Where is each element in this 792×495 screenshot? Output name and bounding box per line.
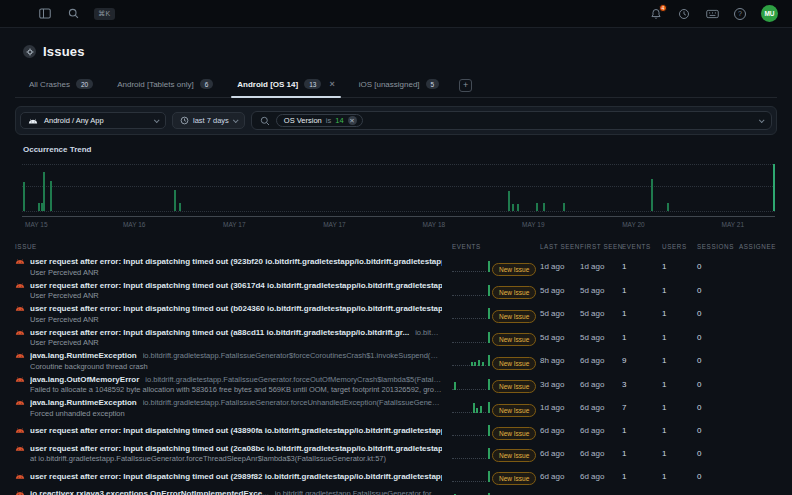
events-sparkline — [452, 401, 490, 414]
notifications-bell-icon[interactable]: 4 — [649, 7, 663, 21]
issue-row[interactable]: user request after error: Input dispatch… — [15, 326, 777, 350]
chart-bar — [179, 203, 181, 211]
os-version-filter-chip[interactable]: OS Version is 14 ✕ — [276, 114, 363, 127]
issue-title: user request after error: Input dispatch… — [30, 444, 442, 453]
issue-cell[interactable]: user request after error: Input dispatch… — [15, 328, 452, 348]
tab-android-os-14-[interactable]: Android [OS 14]13× — [227, 73, 344, 97]
issue-cell[interactable]: java.lang.OutOfMemoryErrorio.bitdrift.gr… — [15, 375, 452, 395]
events-sparkline — [452, 260, 490, 273]
first-seen: 6d ago — [580, 426, 622, 435]
android-crash-icon — [15, 329, 25, 336]
last-seen: 6d ago — [540, 426, 580, 435]
events-sparkline — [452, 378, 490, 391]
sidebar-toggle-icon[interactable] — [38, 7, 52, 21]
events-count: 9 — [622, 356, 662, 365]
issue-title: user request after error: Input dispatch… — [30, 328, 409, 337]
issues-page: Issues All Crashes20Android [Tablets onl… — [0, 28, 792, 495]
chevron-down-icon — [759, 117, 765, 123]
issue-cell[interactable]: io.reactivex.rxjava3.exceptions.OnErrorN… — [15, 489, 452, 495]
column-header-assignee[interactable]: ASSIGNEE — [739, 243, 777, 250]
time-range-value: last 7 days — [193, 116, 229, 125]
issue-location: io.bitdrift.gradletestapp.FatalIssueGene… — [143, 351, 442, 360]
issue-location: io.bitdrift.gradletestapp.FatalIssueGene… — [275, 489, 442, 495]
issue-row[interactable]: java.lang.OutOfMemoryErrorio.bitdrift.gr… — [15, 373, 777, 397]
tab-android-tablets-only-[interactable]: Android [Tablets only]6 — [107, 73, 223, 97]
first-seen: 1d ago — [580, 262, 622, 271]
new-issue-badge: New Issue — [492, 449, 536, 462]
new-issue-badge: New Issue — [492, 263, 536, 276]
issue-cell[interactable]: java.lang.RuntimeExceptionio.bitdrift.gr… — [15, 351, 452, 371]
issue-subtitle: User Perceived ANR — [30, 338, 442, 347]
issue-cell[interactable]: user request after error: Input dispatch… — [15, 472, 452, 481]
issue-cell[interactable]: java.lang.RuntimeExceptionio.bitdrift.gr… — [15, 398, 452, 418]
column-header-events[interactable]: EVENTS — [622, 243, 662, 250]
issue-row[interactable]: java.lang.RuntimeExceptionio.bitdrift.gr… — [15, 349, 777, 373]
time-range-dropdown[interactable]: last 7 days — [172, 112, 245, 129]
column-header-events[interactable]: EVENTS — [452, 243, 492, 250]
issue-title: java.lang.OutOfMemoryError — [30, 375, 139, 384]
add-view-button[interactable]: + — [459, 79, 472, 92]
users-count: 1 — [662, 262, 697, 271]
issue-cell[interactable]: user request after error: Input dispatch… — [15, 281, 452, 301]
app-selector-value: Android / Any App — [44, 116, 104, 125]
first-seen: 6d ago — [580, 403, 622, 412]
column-header-users[interactable]: USERS — [662, 243, 697, 250]
android-crash-icon — [15, 473, 25, 480]
issue-title: java.lang.RuntimeException — [30, 351, 137, 360]
chart-x-tick-labels: MAY 15MAY 16MAY 17MAY 17MAY 18MAY 19MAY … — [22, 219, 775, 231]
events-count: 1 — [622, 472, 662, 481]
column-header-sessions[interactable]: SESSIONS — [697, 243, 739, 250]
keyboard-shortcuts-icon[interactable] — [705, 7, 719, 21]
table-header-row: ISSUEEVENTSLAST SEENFIRST SEENEVENTSUSER… — [15, 239, 777, 255]
issue-cell[interactable]: user request after error: Input dispatch… — [15, 426, 452, 435]
user-avatar[interactable]: MU — [761, 5, 778, 22]
close-tab-icon[interactable]: × — [329, 79, 334, 89]
last-seen: 5d ago — [540, 309, 580, 318]
events-sparkline — [452, 470, 490, 483]
issue-cell[interactable]: user request after error: Input dispatch… — [15, 304, 452, 324]
android-crash-icon — [15, 305, 25, 312]
android-crash-icon — [15, 399, 25, 406]
issue-row[interactable]: user request after error: Input dispatch… — [15, 279, 777, 303]
issue-view-tabs: All Crashes20Android [Tablets only]6Andr… — [15, 73, 777, 98]
chevron-down-icon — [154, 117, 160, 123]
issue-row[interactable]: user request after error: Input dispatch… — [15, 255, 777, 279]
issue-cell[interactable]: user request after error: Input dispatch… — [15, 257, 452, 277]
issue-row[interactable]: user request after error: Input dispatch… — [15, 420, 777, 442]
filter-bar: Android / Any App last 7 days OS Version… — [15, 106, 777, 135]
android-crash-icon — [15, 427, 25, 434]
sessions-count: 0 — [697, 356, 739, 365]
history-clock-icon[interactable] — [677, 7, 691, 21]
issue-row[interactable]: user request after error: Input dispatch… — [15, 302, 777, 326]
issue-title: user request after error: Input dispatch… — [30, 281, 442, 290]
tab-count-badge: 20 — [76, 79, 93, 89]
app-selector-dropdown[interactable]: Android / Any App — [20, 112, 166, 129]
help-icon[interactable]: ? — [733, 7, 747, 21]
filter-search-input[interactable]: OS Version is 14 ✕ — [251, 111, 772, 130]
tab-ios-unassigned-[interactable]: iOS [unassigned]5 — [349, 73, 450, 97]
remove-chip-icon[interactable]: ✕ — [348, 116, 357, 125]
column-header-last-seen[interactable]: LAST SEEN — [540, 243, 580, 250]
chart-plot-area[interactable] — [22, 160, 775, 212]
chart-bar — [43, 172, 45, 211]
users-count: 1 — [662, 426, 697, 435]
chart-bar — [563, 203, 565, 211]
issue-subtitle: Failed to allocate a 1048592 byte alloca… — [30, 385, 442, 394]
issue-subtitle: User Perceived ANR — [30, 268, 442, 277]
search-icon[interactable] — [66, 7, 80, 21]
users-count: 1 — [662, 309, 697, 318]
issue-row[interactable]: user request after error: Input dispatch… — [15, 442, 777, 466]
issue-row[interactable]: java.lang.RuntimeExceptionio.bitdrift.gr… — [15, 396, 777, 420]
issue-row[interactable]: io.reactivex.rxjava3.exceptions.OnErrorN… — [15, 487, 777, 495]
issue-row[interactable]: user request after error: Input dispatch… — [15, 465, 777, 487]
tab-all-crashes[interactable]: All Crashes20 — [19, 73, 103, 97]
first-seen: 5d ago — [580, 286, 622, 295]
issue-cell[interactable]: user request after error: Input dispatch… — [15, 444, 452, 464]
column-header-first-seen[interactable]: FIRST SEEN — [580, 243, 622, 250]
occurrence-trend-chart: Occurrence Trend MAY 15MAY 16MAY 17MAY 1… — [15, 145, 777, 231]
sessions-count: 0 — [697, 286, 739, 295]
new-issue-badge: New Issue — [492, 380, 536, 393]
column-header-issue[interactable]: ISSUE — [15, 243, 452, 250]
first-seen: 5d ago — [580, 309, 622, 318]
android-icon — [28, 118, 38, 124]
